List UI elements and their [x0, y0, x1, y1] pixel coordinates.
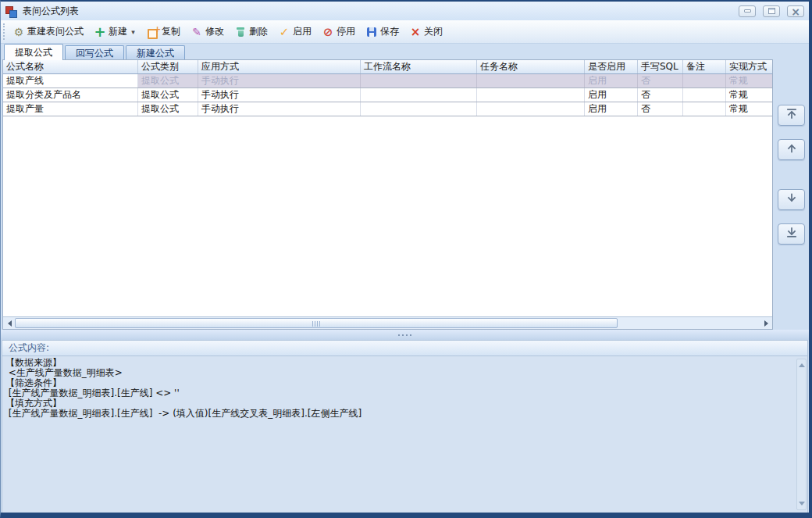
trash-icon [234, 26, 247, 38]
toolbar-modify-button[interactable]: ✎修改 [187, 23, 228, 40]
arrow-bottom-icon [785, 227, 798, 241]
table-cell: 启用 [585, 74, 638, 88]
toolbar-new-button[interactable]: +新建▾ [90, 23, 141, 40]
scroll-right-arrow-icon[interactable] [761, 317, 772, 329]
table-row[interactable]: 提取产线提取公式手动执行启用否常规 [3, 74, 772, 88]
toolbar-disable-label: 停用 [337, 25, 355, 38]
column-header-4[interactable]: 任务名称 [477, 60, 585, 73]
column-header-5[interactable]: 是否启用 [585, 60, 638, 73]
column-header-1[interactable]: 公式类别 [138, 60, 198, 73]
toolbar-close-button[interactable]: ×关闭 [405, 23, 447, 40]
table-cell [361, 74, 477, 88]
toolbar-enable-label: 启用 [293, 25, 312, 38]
column-header-6[interactable]: 手写SQL [638, 60, 683, 73]
toolbar-close-label: 关闭 [424, 25, 443, 38]
minimize-button[interactable] [739, 5, 756, 17]
toolbar-copy-button[interactable]: 复制 [143, 23, 184, 40]
table-cell [477, 102, 585, 116]
scroll-down-arrow-icon[interactable] [797, 499, 806, 509]
table-cell: 提取分类及产品名 [3, 88, 138, 102]
table-cell [683, 88, 726, 102]
tab-writeback[interactable]: 回写公式 [65, 45, 124, 60]
table-cell: 启用 [585, 102, 638, 116]
toolbar-grip[interactable] [3, 23, 5, 40]
toolbar-rebuild-button[interactable]: ⚙重建表间公式 [9, 23, 87, 40]
tabstrip: 提取公式回写公式新建公式 [4, 44, 809, 60]
toolbar-save-label: 保存 [380, 25, 399, 38]
window-title: 表间公式列表 [23, 5, 79, 18]
toolbar-enable-button[interactable]: ✓启用 [274, 23, 315, 40]
grid-body: 提取产线提取公式手动执行启用否常规提取分类及产品名提取公式手动执行启用否常规提取… [3, 74, 772, 116]
table-cell: 常规 [726, 88, 773, 102]
column-header-0[interactable]: 公式名称 [3, 60, 138, 73]
minimize-icon [744, 9, 751, 13]
column-header-7[interactable]: 备注 [683, 60, 726, 73]
formula-content-header: 公式内容: [2, 340, 808, 356]
gear-icon: ⚙ [12, 26, 25, 38]
table-cell: 启用 [585, 88, 638, 102]
move-top-button[interactable] [778, 105, 805, 126]
window-form-icon [5, 5, 17, 16]
close-x-icon: × [409, 26, 422, 38]
column-header-2[interactable]: 应用方式 [198, 60, 361, 73]
toolbar-delete-label: 删除 [249, 25, 268, 38]
maximize-icon [768, 8, 775, 14]
horizontal-scrollbar-thumb[interactable] [15, 318, 618, 328]
move-down-button[interactable] [778, 189, 805, 210]
move-bottom-button[interactable] [778, 223, 805, 245]
save-icon [365, 26, 378, 38]
caret-down-icon[interactable]: ▾ [130, 26, 137, 38]
formula-line: <生产线产量数据_明细表> [5, 368, 804, 378]
vertical-scrollbar[interactable] [796, 359, 807, 510]
table-cell: 手动执行 [198, 74, 361, 88]
pencil-icon: ✎ [191, 26, 203, 38]
formula-line: 【数据来源】 [5, 358, 804, 368]
block-icon: ⊘ [322, 26, 334, 38]
toolbar: ⚙重建表间公式+新建▾复制✎修改删除✓启用⊘停用保存×关闭 [1, 20, 809, 44]
table-cell [361, 102, 477, 116]
table-cell: 常规 [726, 74, 773, 88]
column-header-8[interactable]: 实现方式 [726, 60, 773, 73]
table-row[interactable]: 提取产量提取公式手动执行启用否常规 [3, 102, 772, 116]
copy-icon [147, 26, 159, 38]
scroll-up-arrow-icon[interactable] [797, 359, 806, 370]
scroll-left-arrow-icon[interactable] [3, 317, 14, 329]
formula-line: [生产线产量数据_明细表].[生产线] -> (填入值)[生产线交叉表_明细表]… [5, 409, 804, 419]
formula-content-viewer: 【数据来源】 <生产线产量数据_明细表>【筛选条件】 [生产线产量数据_明细表]… [2, 356, 808, 513]
table-row[interactable]: 提取分类及产品名提取公式手动执行启用否常规 [3, 88, 772, 102]
table-cell [477, 88, 585, 102]
grid-header-row: 公式名称公式类别应用方式工作流名称任务名称是否启用手写SQL备注实现方式 [3, 60, 772, 74]
tab-new-formula[interactable]: 新建公式 [126, 45, 185, 60]
toolbar-disable-button[interactable]: ⊘停用 [318, 23, 359, 40]
titlebar: 表间公式列表 [1, 2, 809, 20]
move-up-button[interactable] [778, 139, 805, 160]
table-cell [477, 74, 585, 88]
splitter-grip-icon [398, 334, 411, 336]
app-window: 表间公式列表 ⚙重建表间公式+新建▾复制✎修改删除✓启用⊘停用保存×关闭 提取公… [0, 0, 812, 518]
toolbar-save-button[interactable]: 保存 [361, 23, 403, 40]
table-cell: 提取公式 [138, 102, 198, 116]
table-cell: 提取产线 [3, 74, 138, 88]
table-cell: 手动执行 [198, 102, 361, 116]
table-cell: 否 [638, 102, 683, 116]
table-cell: 否 [638, 74, 683, 88]
tab-extract[interactable]: 提取公式 [4, 44, 63, 60]
table-cell [361, 88, 477, 102]
row-order-button-strip [773, 59, 809, 330]
toolbar-delete-button[interactable]: 删除 [230, 23, 272, 40]
formula-grid: 公式名称公式类别应用方式工作流名称任务名称是否启用手写SQL备注实现方式 提取产… [2, 59, 773, 330]
toolbar-copy-label: 复制 [162, 25, 180, 38]
arrow-down-icon [785, 192, 798, 207]
table-cell: 常规 [726, 102, 773, 116]
close-icon [791, 4, 800, 19]
window-controls [732, 5, 804, 17]
close-button[interactable] [787, 5, 804, 17]
table-cell [683, 74, 726, 88]
panel-splitter[interactable] [1, 330, 809, 340]
horizontal-scrollbar[interactable] [3, 316, 772, 329]
toolbar-modify-label: 修改 [205, 25, 224, 38]
column-header-3[interactable]: 工作流名称 [361, 60, 477, 73]
maximize-button[interactable] [763, 5, 780, 17]
table-cell: 提取公式 [138, 74, 198, 88]
arrow-top-icon [785, 108, 798, 123]
